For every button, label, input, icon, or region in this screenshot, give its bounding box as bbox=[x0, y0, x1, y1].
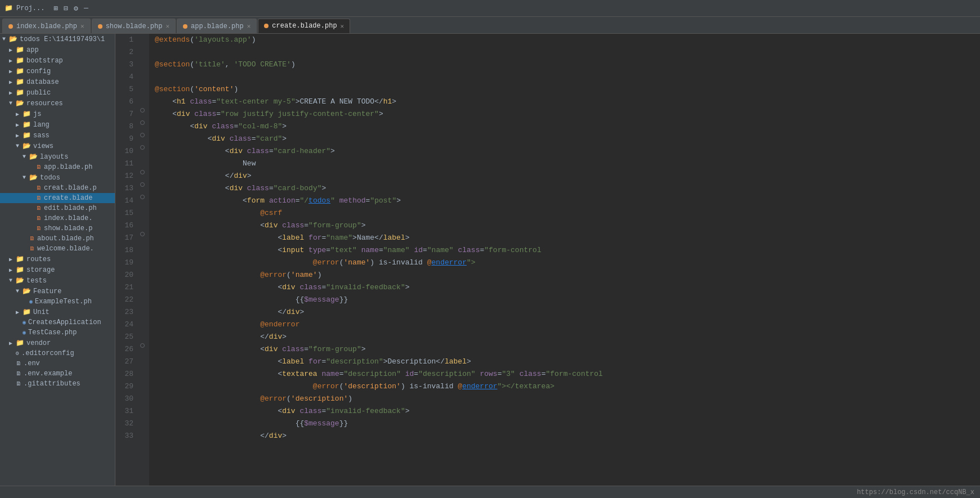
arrow-views: ▼ bbox=[16, 143, 23, 149]
sidebar-label-unit: Unit bbox=[33, 308, 50, 316]
gutter-mark-12 bbox=[140, 170, 145, 174]
sidebar-label-feature: Feature bbox=[33, 288, 61, 295]
arrow-edit bbox=[29, 205, 36, 212]
arrow-routes: ▶ bbox=[9, 256, 16, 263]
gear-icon[interactable]: ⚙ bbox=[74, 4, 78, 13]
sidebar-label-config: config bbox=[26, 68, 51, 75]
sidebar-item-edit-blade[interactable]: 🗎 edit.blade.ph bbox=[0, 203, 115, 213]
sidebar-item-lang[interactable]: ▶ 📁 lang bbox=[0, 119, 115, 130]
sidebar-item-editorconfig[interactable]: ⚙ .editorconfig bbox=[0, 348, 115, 358]
code-editor[interactable]: @extends('layouts.app') @section('title'… bbox=[149, 34, 980, 486]
arrow-editorconfig bbox=[9, 351, 16, 357]
sidebar-item-app-blade[interactable]: 🗎 app.blade.ph bbox=[0, 162, 115, 172]
arrow-env bbox=[9, 361, 16, 367]
sidebar-item-app[interactable]: ▶ 📁 app bbox=[0, 44, 115, 55]
sidebar-item-public[interactable]: ▶ 📁 public bbox=[0, 87, 115, 98]
arrow-bootstrap: ▶ bbox=[9, 57, 16, 64]
sidebar-item-layouts[interactable]: ▼ 📂 layouts bbox=[0, 151, 115, 162]
sidebar-item-bootstrap[interactable]: ▶ 📁 bootstrap bbox=[0, 55, 115, 66]
sidebar-item-todos[interactable]: ▼ 📂 todos E:\1141197493\1 bbox=[0, 34, 115, 44]
sidebar-label-routes: routes bbox=[26, 255, 51, 263]
file-icon-show: 🗎 bbox=[36, 225, 42, 232]
sidebar-item-creates-app[interactable]: ◉ CreatesApplication bbox=[0, 317, 115, 327]
sidebar-label-todos: todos E:\1141197493\1 bbox=[20, 35, 105, 43]
gutter-mark-7 bbox=[140, 108, 145, 113]
arrow-testcase bbox=[16, 330, 23, 336]
sidebar-item-welcome-blade[interactable]: 🗎 welcome.blade. bbox=[0, 244, 115, 254]
sidebar-label-database: database bbox=[26, 78, 59, 86]
sidebar-item-example-test[interactable]: ◉ ExampleTest.ph bbox=[0, 297, 115, 307]
arrow-lang: ▶ bbox=[16, 122, 23, 128]
status-url: https://blog.csdn.net/ccqNB_x bbox=[857, 488, 974, 496]
sidebar-label-creates-app: CreatesApplication bbox=[28, 318, 101, 326]
sidebar-item-about-blade[interactable]: 🗎 about.blade.ph bbox=[0, 234, 115, 244]
file-icon-env: 🗎 bbox=[16, 360, 21, 367]
sidebar-item-testcase[interactable]: ◉ TestCase.php bbox=[0, 327, 115, 338]
sidebar-label-resources: resources bbox=[26, 100, 63, 107]
folder-icon-sass: 📁 bbox=[23, 131, 31, 140]
sidebar-item-storage[interactable]: ▶ 📁 storage bbox=[0, 264, 115, 275]
file-icon-index: 🗎 bbox=[36, 215, 42, 222]
sidebar-item-config[interactable]: ▶ 📁 config bbox=[0, 66, 115, 77]
sidebar-item-gitattributes[interactable]: 🗎 .gitattributes bbox=[0, 379, 115, 389]
tab-close-index[interactable]: ✕ bbox=[80, 23, 84, 30]
sidebar-label-about: about.blade.ph bbox=[37, 235, 94, 243]
folder-icon-tests: 📂 bbox=[16, 276, 24, 285]
sidebar-label-editorconfig: .editorconfig bbox=[21, 349, 74, 357]
arrow-app-blade bbox=[29, 164, 36, 171]
tab-app[interactable]: app.blade.php ✕ bbox=[177, 19, 257, 33]
sidebar-item-show-blade[interactable]: 🗎 show.blade.p bbox=[0, 223, 115, 234]
sidebar-item-tests[interactable]: ▼ 📂 tests bbox=[0, 275, 115, 286]
sidebar-item-sass[interactable]: ▶ 📁 sass bbox=[0, 130, 115, 141]
tab-icon-show bbox=[98, 24, 102, 29]
minimize-icon[interactable]: — bbox=[84, 4, 88, 13]
sidebar-item-database[interactable]: ▶ 📁 database bbox=[0, 77, 115, 87]
arrow-show bbox=[29, 226, 36, 232]
sidebar-item-vendor[interactable]: ▶ 📁 vendor bbox=[0, 338, 115, 348]
sidebar-item-create-blade[interactable]: 🗎 create.blade bbox=[0, 193, 115, 203]
tab-close-app[interactable]: ✕ bbox=[247, 23, 251, 30]
sidebar-item-unit[interactable]: ▶ 📁 Unit bbox=[0, 307, 115, 317]
project-icon: 📁 bbox=[5, 4, 13, 12]
tab-create[interactable]: create.blade.php ✕ bbox=[258, 19, 350, 33]
folder-icon-public: 📁 bbox=[16, 88, 24, 97]
arrow-create bbox=[29, 195, 36, 201]
file-icon-welcome: 🗎 bbox=[29, 245, 35, 252]
project-label: Proj... bbox=[16, 5, 44, 12]
file-icon-creates-app: ◉ bbox=[23, 319, 26, 326]
file-icon-about: 🗎 bbox=[29, 235, 35, 242]
file-icon-example-test: ◉ bbox=[29, 298, 33, 305]
sidebar-item-routes[interactable]: ▶ 📁 routes bbox=[0, 254, 115, 264]
arrow-feature: ▼ bbox=[16, 288, 23, 294]
sidebar-item-js[interactable]: ▶ 📁 js bbox=[0, 109, 115, 119]
arrow-todos-folder: ▼ bbox=[23, 174, 29, 181]
file-icon-env-example: 🗎 bbox=[16, 370, 21, 377]
sidebar-item-views[interactable]: ▼ 📂 views bbox=[0, 141, 115, 151]
tab-icon-app bbox=[183, 24, 187, 29]
split-icon[interactable]: ⊟ bbox=[64, 4, 68, 13]
gutter-mark-8 bbox=[140, 120, 145, 125]
tab-close-show[interactable]: ✕ bbox=[165, 23, 169, 30]
folder-icon-unit: 📁 bbox=[23, 308, 31, 316]
tab-show[interactable]: show.blade.php ✕ bbox=[92, 19, 176, 33]
sidebar-item-index-blade[interactable]: 🗎 index.blade. bbox=[0, 213, 115, 223]
sidebar-item-env-example[interactable]: 🗎 .env.example bbox=[0, 369, 115, 379]
tab-close-create[interactable]: ✕ bbox=[341, 23, 344, 30]
sidebar-item-creat-blade[interactable]: 🗎 creat.blade.p bbox=[0, 183, 115, 193]
sidebar-item-resources[interactable]: ▼ 📂 resources bbox=[0, 98, 115, 109]
folder-icon-todos-folder: 📂 bbox=[29, 173, 38, 182]
sidebar-label-example-test: ExampleTest.ph bbox=[35, 298, 92, 306]
sidebar-item-env[interactable]: 🗎 .env bbox=[0, 358, 115, 369]
sidebar-label-bootstrap: bootstrap bbox=[26, 57, 63, 65]
file-icon-gitattributes: 🗎 bbox=[16, 380, 21, 387]
sidebar-item-feature[interactable]: ▼ 📂 Feature bbox=[0, 286, 115, 297]
sidebar-label-js: js bbox=[33, 110, 41, 118]
folder-icon-views: 📂 bbox=[23, 142, 31, 150]
title-bar-actions: ⊞ ⊟ ⚙ — bbox=[53, 4, 88, 13]
tab-label-app: app.blade.php bbox=[191, 23, 244, 30]
tab-index[interactable]: index.blade.php ✕ bbox=[2, 19, 91, 33]
arrow-database: ▶ bbox=[9, 79, 16, 86]
sidebar-item-todos-folder[interactable]: ▼ 📂 todos bbox=[0, 172, 115, 183]
gutter-mark-26 bbox=[140, 343, 145, 348]
grid-icon[interactable]: ⊞ bbox=[53, 4, 58, 13]
